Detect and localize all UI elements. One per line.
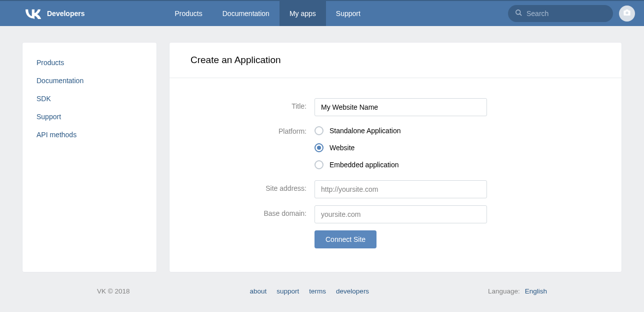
sidebar-item-products[interactable]: Products bbox=[22, 54, 156, 72]
nav-item-products[interactable]: Products bbox=[164, 1, 212, 26]
avatar[interactable] bbox=[619, 6, 635, 22]
radio-standalone[interactable]: Standalone Application bbox=[314, 126, 487, 135]
radio-icon bbox=[314, 143, 324, 152]
search-input[interactable] bbox=[526, 10, 606, 18]
label-site-address: Site address: bbox=[170, 180, 314, 192]
nav-item-my-apps[interactable]: My apps bbox=[280, 1, 326, 26]
nav-item-documentation[interactable]: Documentation bbox=[212, 1, 280, 26]
field-title: Title: bbox=[170, 98, 622, 116]
radio-icon bbox=[314, 160, 324, 169]
footer-copyright: VK © 2018 bbox=[97, 287, 130, 295]
input-site-address[interactable] bbox=[314, 180, 487, 198]
label-platform: Platform: bbox=[170, 123, 314, 135]
submit-row: Connect Site bbox=[170, 230, 622, 248]
brand[interactable]: Developers bbox=[24, 8, 84, 19]
radio-label: Standalone Application bbox=[330, 127, 400, 135]
radio-embedded[interactable]: Embedded application bbox=[314, 160, 487, 169]
language-selector[interactable]: Language: English bbox=[488, 287, 547, 295]
field-base-domain: Base domain: bbox=[170, 205, 622, 223]
radio-label: Embedded application bbox=[330, 161, 399, 169]
field-platform: Platform: Standalone Application Website bbox=[170, 123, 622, 169]
svg-point-2 bbox=[626, 12, 628, 14]
field-site-address: Site address: bbox=[170, 180, 622, 198]
svg-point-0 bbox=[516, 10, 520, 14]
brand-text: Developers bbox=[47, 10, 84, 18]
sidebar-item-sdk[interactable]: SDK bbox=[22, 90, 156, 108]
search-icon bbox=[515, 9, 522, 19]
label-base-domain: Base domain: bbox=[170, 205, 314, 217]
platform-radio-group: Standalone Application Website Embedded … bbox=[314, 123, 487, 169]
page-title: Create an Application bbox=[170, 43, 622, 78]
footer: VK © 2018 about support terms developers… bbox=[97, 280, 547, 302]
footer-link-developers[interactable]: developers bbox=[336, 287, 369, 295]
sidebar-item-api-methods[interactable]: API methods bbox=[22, 126, 156, 144]
radio-icon bbox=[314, 126, 324, 135]
left-sidebar: Products Documentation SDK Support API m… bbox=[22, 42, 157, 272]
footer-link-terms[interactable]: terms bbox=[309, 287, 326, 295]
sidebar-item-documentation[interactable]: Documentation bbox=[22, 72, 156, 90]
page-body: Products Documentation SDK Support API m… bbox=[22, 26, 622, 272]
search-box[interactable] bbox=[508, 5, 613, 22]
label-title: Title: bbox=[170, 98, 314, 110]
camera-icon bbox=[623, 9, 631, 18]
create-app-form: Title: Platform: Standalone Application bbox=[170, 78, 622, 270]
footer-link-support[interactable]: support bbox=[276, 287, 299, 295]
language-label: Language: bbox=[488, 287, 520, 295]
footer-links: about support terms developers bbox=[250, 287, 370, 295]
sidebar-item-support[interactable]: Support bbox=[22, 108, 156, 126]
top-header: Developers Products Documentation My app… bbox=[0, 0, 644, 26]
main-card: Create an Application Title: Platform: S… bbox=[169, 42, 622, 272]
radio-label: Website bbox=[330, 144, 354, 152]
input-title[interactable] bbox=[314, 98, 487, 116]
input-base-domain[interactable] bbox=[314, 205, 487, 223]
footer-link-about[interactable]: about bbox=[250, 287, 267, 295]
vk-logo-icon bbox=[24, 8, 42, 19]
language-value: English bbox=[525, 287, 547, 295]
nav-item-support[interactable]: Support bbox=[326, 1, 370, 26]
radio-website[interactable]: Website bbox=[314, 143, 487, 152]
primary-nav: Products Documentation My apps Support bbox=[164, 1, 370, 26]
svg-line-1 bbox=[520, 14, 522, 16]
connect-site-button[interactable]: Connect Site bbox=[314, 230, 376, 248]
